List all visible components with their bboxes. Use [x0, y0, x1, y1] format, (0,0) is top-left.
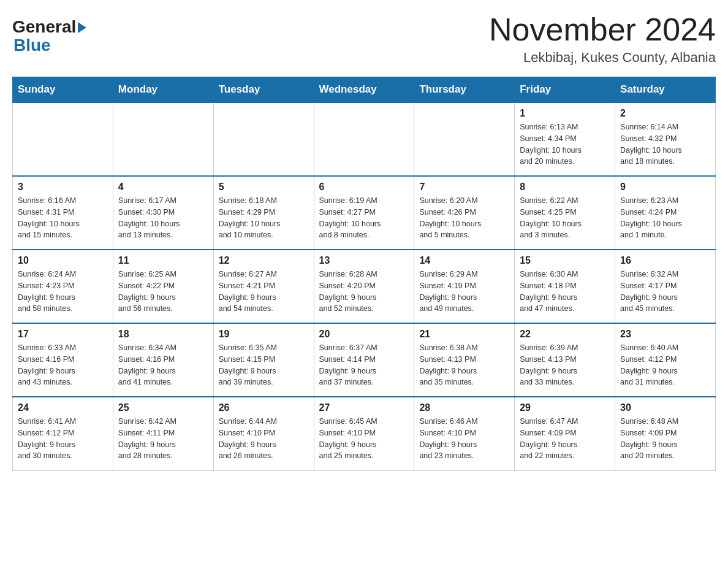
- day-info: Sunrise: 6:16 AM Sunset: 4:31 PM Dayligh…: [18, 195, 108, 241]
- weekday-header-friday: Friday: [515, 77, 615, 103]
- day-number: 27: [319, 402, 409, 413]
- day-info: Sunrise: 6:19 AM Sunset: 4:27 PM Dayligh…: [319, 195, 409, 241]
- logo-arrow-icon: [78, 22, 86, 33]
- day-number: 20: [319, 329, 409, 340]
- logo: General Blue: [12, 12, 86, 55]
- day-number: 1: [520, 108, 610, 119]
- day-info: Sunrise: 6:39 AM Sunset: 4:13 PM Dayligh…: [520, 342, 610, 388]
- day-number: 9: [620, 182, 710, 193]
- calendar-cell: 13Sunrise: 6:28 AM Sunset: 4:20 PM Dayli…: [314, 250, 414, 323]
- day-number: 26: [219, 402, 309, 413]
- calendar-cell: 5Sunrise: 6:18 AM Sunset: 4:29 PM Daylig…: [213, 176, 314, 250]
- day-number: 22: [520, 329, 610, 340]
- day-number: 10: [18, 255, 108, 266]
- calendar-cell: 7Sunrise: 6:20 AM Sunset: 4:26 PM Daylig…: [414, 176, 515, 250]
- calendar-cell: [13, 102, 113, 176]
- weekday-header-wednesday: Wednesday: [314, 77, 414, 103]
- day-info: Sunrise: 6:20 AM Sunset: 4:26 PM Dayligh…: [419, 195, 509, 241]
- calendar-cell: 29Sunrise: 6:47 AM Sunset: 4:09 PM Dayli…: [515, 397, 615, 470]
- calendar-cell: [213, 102, 314, 176]
- weekday-header-tuesday: Tuesday: [213, 77, 314, 103]
- day-info: Sunrise: 6:29 AM Sunset: 4:19 PM Dayligh…: [419, 269, 509, 315]
- day-number: 23: [620, 329, 710, 340]
- day-info: Sunrise: 6:35 AM Sunset: 4:15 PM Dayligh…: [219, 342, 309, 388]
- day-number: 21: [419, 329, 509, 340]
- calendar-cell: 9Sunrise: 6:23 AM Sunset: 4:24 PM Daylig…: [615, 176, 716, 250]
- day-info: Sunrise: 6:13 AM Sunset: 4:34 PM Dayligh…: [520, 121, 610, 167]
- logo-general: General: [12, 18, 76, 36]
- week-row-3: 10Sunrise: 6:24 AM Sunset: 4:23 PM Dayli…: [13, 250, 716, 323]
- calendar-cell: 14Sunrise: 6:29 AM Sunset: 4:19 PM Dayli…: [414, 250, 515, 323]
- calendar-cell: 3Sunrise: 6:16 AM Sunset: 4:31 PM Daylig…: [13, 176, 113, 250]
- month-year-title: November 2024: [489, 12, 716, 47]
- location-subtitle: Lekbibaj, Kukes County, Albania: [489, 50, 716, 66]
- day-number: 6: [319, 182, 409, 193]
- day-number: 29: [520, 402, 610, 413]
- day-number: 30: [620, 402, 710, 413]
- calendar-cell: 11Sunrise: 6:25 AM Sunset: 4:22 PM Dayli…: [113, 250, 213, 323]
- day-info: Sunrise: 6:25 AM Sunset: 4:22 PM Dayligh…: [118, 269, 208, 315]
- header-row: SundayMondayTuesdayWednesdayThursdayFrid…: [13, 77, 716, 103]
- week-row-1: 1Sunrise: 6:13 AM Sunset: 4:34 PM Daylig…: [13, 102, 716, 176]
- week-row-5: 24Sunrise: 6:41 AM Sunset: 4:12 PM Dayli…: [13, 397, 716, 470]
- day-info: Sunrise: 6:42 AM Sunset: 4:11 PM Dayligh…: [118, 416, 208, 462]
- weekday-header-thursday: Thursday: [414, 77, 515, 103]
- calendar-cell: 25Sunrise: 6:42 AM Sunset: 4:11 PM Dayli…: [113, 397, 213, 470]
- day-number: 12: [219, 255, 309, 266]
- day-info: Sunrise: 6:33 AM Sunset: 4:16 PM Dayligh…: [18, 342, 108, 388]
- day-number: 17: [18, 329, 108, 340]
- day-number: 14: [419, 255, 509, 266]
- day-info: Sunrise: 6:28 AM Sunset: 4:20 PM Dayligh…: [319, 269, 409, 315]
- calendar-cell: 12Sunrise: 6:27 AM Sunset: 4:21 PM Dayli…: [213, 250, 314, 323]
- calendar-cell: 22Sunrise: 6:39 AM Sunset: 4:13 PM Dayli…: [515, 323, 615, 397]
- calendar-cell: 18Sunrise: 6:34 AM Sunset: 4:16 PM Dayli…: [113, 323, 213, 397]
- day-number: 15: [520, 255, 610, 266]
- day-number: 18: [118, 329, 208, 340]
- calendar-cell: 15Sunrise: 6:30 AM Sunset: 4:18 PM Dayli…: [515, 250, 615, 323]
- week-row-4: 17Sunrise: 6:33 AM Sunset: 4:16 PM Dayli…: [13, 323, 716, 397]
- calendar-cell: 20Sunrise: 6:37 AM Sunset: 4:14 PM Dayli…: [314, 323, 414, 397]
- calendar-cell: 28Sunrise: 6:46 AM Sunset: 4:10 PM Dayli…: [414, 397, 515, 470]
- day-info: Sunrise: 6:18 AM Sunset: 4:29 PM Dayligh…: [219, 195, 309, 241]
- calendar-cell: 26Sunrise: 6:44 AM Sunset: 4:10 PM Dayli…: [213, 397, 314, 470]
- calendar-cell: 27Sunrise: 6:45 AM Sunset: 4:10 PM Dayli…: [314, 397, 414, 470]
- calendar-cell: 16Sunrise: 6:32 AM Sunset: 4:17 PM Dayli…: [615, 250, 716, 323]
- day-info: Sunrise: 6:30 AM Sunset: 4:18 PM Dayligh…: [520, 269, 610, 315]
- day-info: Sunrise: 6:22 AM Sunset: 4:25 PM Dayligh…: [520, 195, 610, 241]
- day-number: 3: [18, 182, 108, 193]
- calendar-cell: 23Sunrise: 6:40 AM Sunset: 4:12 PM Dayli…: [615, 323, 716, 397]
- calendar-cell: [414, 102, 515, 176]
- calendar-cell: 6Sunrise: 6:19 AM Sunset: 4:27 PM Daylig…: [314, 176, 414, 250]
- day-info: Sunrise: 6:44 AM Sunset: 4:10 PM Dayligh…: [219, 416, 309, 462]
- weekday-header-saturday: Saturday: [615, 77, 716, 103]
- day-info: Sunrise: 6:40 AM Sunset: 4:12 PM Dayligh…: [620, 342, 710, 388]
- calendar-cell: 24Sunrise: 6:41 AM Sunset: 4:12 PM Dayli…: [13, 397, 113, 470]
- calendar-cell: 21Sunrise: 6:38 AM Sunset: 4:13 PM Dayli…: [414, 323, 515, 397]
- day-info: Sunrise: 6:46 AM Sunset: 4:10 PM Dayligh…: [419, 416, 509, 462]
- day-number: 11: [118, 255, 208, 266]
- calendar-cell: [113, 102, 213, 176]
- day-number: 16: [620, 255, 710, 266]
- calendar-cell: 1Sunrise: 6:13 AM Sunset: 4:34 PM Daylig…: [515, 102, 615, 176]
- day-info: Sunrise: 6:38 AM Sunset: 4:13 PM Dayligh…: [419, 342, 509, 388]
- day-number: 24: [18, 402, 108, 413]
- day-info: Sunrise: 6:41 AM Sunset: 4:12 PM Dayligh…: [18, 416, 108, 462]
- calendar-cell: 19Sunrise: 6:35 AM Sunset: 4:15 PM Dayli…: [213, 323, 314, 397]
- title-area: November 2024 Lekbibaj, Kukes County, Al…: [489, 12, 716, 66]
- header: General Blue November 2024 Lekbibaj, Kuk…: [12, 12, 716, 66]
- day-number: 5: [219, 182, 309, 193]
- day-info: Sunrise: 6:14 AM Sunset: 4:32 PM Dayligh…: [620, 121, 710, 167]
- calendar-cell: 10Sunrise: 6:24 AM Sunset: 4:23 PM Dayli…: [13, 250, 113, 323]
- day-info: Sunrise: 6:23 AM Sunset: 4:24 PM Dayligh…: [620, 195, 710, 241]
- calendar-cell: [314, 102, 414, 176]
- day-info: Sunrise: 6:37 AM Sunset: 4:14 PM Dayligh…: [319, 342, 409, 388]
- day-info: Sunrise: 6:32 AM Sunset: 4:17 PM Dayligh…: [620, 269, 710, 315]
- day-number: 7: [419, 182, 509, 193]
- day-info: Sunrise: 6:17 AM Sunset: 4:30 PM Dayligh…: [118, 195, 208, 241]
- day-number: 13: [319, 255, 409, 266]
- weekday-header-monday: Monday: [113, 77, 213, 103]
- calendar-cell: 2Sunrise: 6:14 AM Sunset: 4:32 PM Daylig…: [615, 102, 716, 176]
- day-info: Sunrise: 6:47 AM Sunset: 4:09 PM Dayligh…: [520, 416, 610, 462]
- day-info: Sunrise: 6:34 AM Sunset: 4:16 PM Dayligh…: [118, 342, 208, 388]
- day-number: 19: [219, 329, 309, 340]
